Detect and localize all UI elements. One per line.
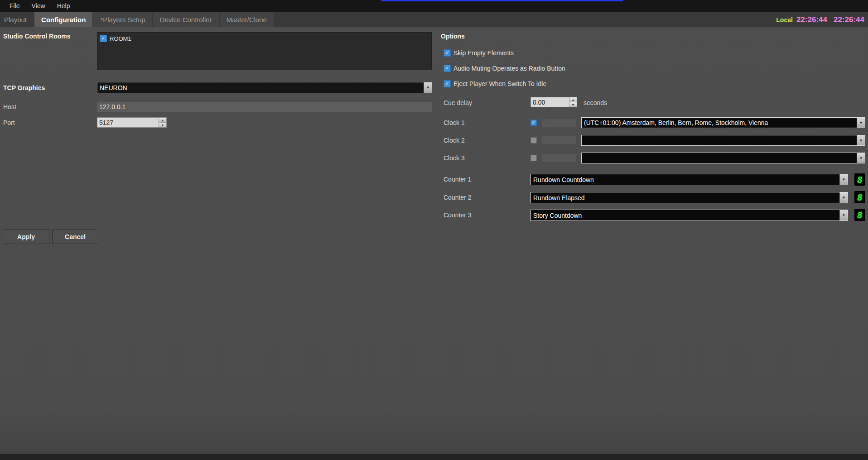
tcp-graphics-dropdown[interactable]: NEURON ▼: [97, 82, 432, 93]
counter-1-value: Rundown Countdown: [531, 176, 839, 183]
chevron-down-icon[interactable]: ▼: [839, 174, 848, 185]
room-name: ROOM1: [110, 35, 131, 42]
room-checkbox[interactable]: [100, 35, 107, 42]
menu-bar: File View Help: [0, 0, 868, 12]
option-audio-muting-radio[interactable]: Audio Muting Operates as Radio Button: [444, 65, 565, 72]
clock-3-label: Clock 3: [444, 154, 465, 162]
option-label: Audio Muting Operates as Radio Button: [453, 65, 565, 72]
host-input[interactable]: [97, 102, 432, 112]
counter-1-dropdown[interactable]: Rundown Countdown ▼: [530, 174, 848, 185]
studio-control-rooms-list[interactable]: ROOM1: [97, 32, 432, 70]
clock-2-label: Clock 2: [444, 137, 465, 144]
tcp-graphics-value: NEURON: [97, 84, 424, 91]
tab-players-setup[interactable]: *Players Setup: [93, 12, 152, 27]
studio-control-rooms-label: Studio Control Rooms: [3, 33, 71, 40]
option-label: Skip Empty Elements: [453, 49, 514, 57]
counter-3-digit-display: 8: [854, 209, 865, 221]
spin-down-icon[interactable]: ▼: [159, 123, 166, 127]
port-spin-buttons: ▲ ▼: [159, 118, 166, 127]
counter-2-dropdown[interactable]: Rundown Elapsed ▼: [530, 192, 848, 203]
cue-delay-label: Cue delay: [444, 99, 472, 106]
clock-bar: Local 22:26:44 22:26:44: [776, 12, 864, 27]
cue-delay-input[interactable]: [531, 97, 569, 107]
clock-1-timezone-value: (UTC+01:00) Amsterdam, Berlin, Bern, Rom…: [582, 119, 857, 126]
port-spinner[interactable]: ▲ ▼: [97, 117, 167, 128]
menu-help[interactable]: Help: [51, 0, 76, 12]
chevron-down-icon[interactable]: ▼: [857, 135, 865, 145]
clock-2-field[interactable]: [542, 136, 576, 145]
time-primary: 22:26:44: [796, 15, 827, 24]
clock-1-timezone-dropdown[interactable]: (UTC+01:00) Amsterdam, Berlin, Bern, Rom…: [581, 117, 865, 128]
chevron-down-icon[interactable]: ▼: [839, 210, 848, 220]
tab-master-clone[interactable]: Master/Clone: [220, 12, 274, 27]
option-skip-empty-elements[interactable]: Skip Empty Elements: [444, 49, 514, 57]
bottom-bar: [0, 454, 868, 460]
counter-2-value: Rundown Elapsed: [531, 194, 839, 201]
counter-2-label: Counter 2: [444, 194, 471, 201]
cue-delay-unit: seconds: [583, 99, 607, 106]
menu-view[interactable]: View: [26, 0, 51, 12]
clock-2-checkbox[interactable]: [530, 137, 537, 144]
clock-1-field[interactable]: [542, 118, 576, 127]
counter-2-digit-display: 8: [854, 191, 865, 203]
time-secondary: 22:26:44: [834, 15, 864, 24]
cancel-button[interactable]: Cancel: [52, 230, 98, 244]
focus-highlight-bar: [381, 0, 623, 1]
tab-bar: Playout Configuration *Players Setup Dev…: [0, 12, 868, 27]
clock-1-checkbox[interactable]: [530, 120, 537, 126]
tab-configuration[interactable]: Configuration: [34, 12, 92, 27]
skip-empty-elements-checkbox[interactable]: [444, 49, 451, 57]
local-label: Local: [776, 16, 793, 24]
counter-3-value: Story Countdown: [531, 212, 839, 219]
counter-1-digit-display: 8: [854, 173, 865, 186]
clock-3-timezone-dropdown[interactable]: ▼: [581, 153, 865, 163]
chevron-down-icon[interactable]: ▼: [839, 192, 848, 203]
chevron-down-icon[interactable]: ▼: [857, 118, 865, 128]
options-title: Options: [441, 33, 465, 40]
port-label: Port: [3, 119, 15, 126]
tab-device-controller[interactable]: Device Controller: [153, 12, 219, 27]
counter-1-label: Counter 1: [444, 176, 471, 183]
option-label: Eject Player When Switch To Idle: [453, 80, 546, 87]
tcp-graphics-label: TCP Graphics: [3, 84, 45, 91]
spin-up-icon[interactable]: ▲: [569, 97, 577, 102]
clock-3-field[interactable]: [542, 153, 576, 163]
cue-delay-spinner[interactable]: ▲ ▼: [530, 97, 577, 107]
counter-3-label: Counter 3: [444, 211, 471, 219]
eject-player-checkbox[interactable]: [444, 80, 451, 87]
tab-playout[interactable]: Playout: [0, 12, 34, 27]
clock-2-timezone-dropdown[interactable]: ▼: [581, 135, 865, 146]
apply-button[interactable]: Apply: [3, 230, 49, 244]
option-eject-player-idle[interactable]: Eject Player When Switch To Idle: [444, 80, 546, 87]
audio-muting-checkbox[interactable]: [444, 65, 451, 72]
port-input[interactable]: [97, 118, 159, 127]
clock-3-checkbox[interactable]: [530, 155, 537, 161]
spin-down-icon[interactable]: ▼: [569, 102, 577, 107]
spin-up-icon[interactable]: ▲: [159, 118, 166, 123]
menu-file[interactable]: File: [4, 0, 26, 12]
host-label: Host: [3, 103, 16, 110]
chevron-down-icon[interactable]: ▼: [857, 153, 865, 163]
list-item[interactable]: ROOM1: [97, 33, 431, 44]
chevron-down-icon[interactable]: ▼: [424, 82, 432, 93]
cue-delay-spin-buttons: ▲ ▼: [569, 97, 577, 107]
clock-1-label: Clock 1: [444, 119, 465, 126]
counter-3-dropdown[interactable]: Story Countdown ▼: [530, 210, 848, 221]
